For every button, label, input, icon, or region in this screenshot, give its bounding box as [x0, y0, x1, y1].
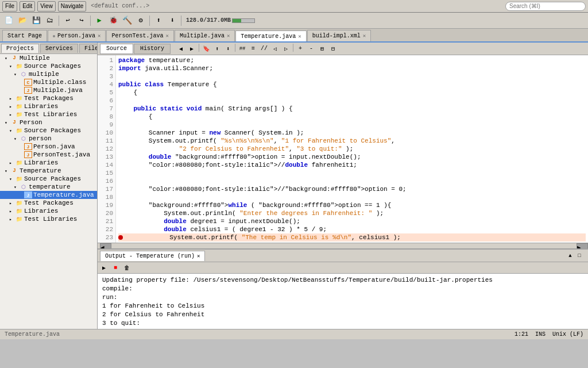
output-stop-icon[interactable]: ■ [110, 263, 121, 273]
sidebar-tab-files[interactable]: Files [79, 44, 98, 53]
code-line-4: public class Temperature { [118, 80, 586, 89]
tree-multiple-testlibs[interactable]: ▸ 📁 Test Libraries [0, 110, 97, 118]
search-input[interactable] [505, 2, 586, 11]
tab-temperature[interactable]: Temperature.java ✕ [235, 30, 306, 42]
menu-file[interactable]: File [2, 1, 17, 12]
scroll-track[interactable] [111, 244, 577, 248]
scroll-left-btn[interactable]: ◀ [100, 243, 111, 249]
save-icon[interactable]: 💾 [30, 14, 42, 27]
comment-icon[interactable]: // [259, 44, 269, 54]
menu-edit[interactable]: Edit [20, 1, 35, 12]
step-over-icon[interactable]: ⬆ [152, 14, 165, 27]
tree-multiple-testpkg[interactable]: ▸ 📁 Test Packages [0, 94, 97, 102]
format-icon[interactable]: ≡ [248, 44, 258, 54]
tree-multiple-class[interactable]: C Multiple.class [0, 78, 97, 86]
code-content[interactable]: package temperature;import java.util.Sca… [116, 55, 588, 243]
close-person-tab[interactable]: ✕ [98, 33, 100, 39]
tree-label: multiple [29, 71, 59, 78]
folder-icon: 📁 [15, 216, 23, 223]
editor-tab-history[interactable]: History [134, 44, 171, 54]
expand-fold-icon[interactable]: + [295, 44, 305, 54]
main-content: Projects Services Files ◀ ▶ ▾ J Multiple… [0, 43, 588, 329]
sidebar-tab-services[interactable]: Services [40, 44, 78, 53]
tree-person-pkg[interactable]: ▾ ⬡ person [0, 135, 97, 143]
tree-person-project[interactable]: ▾ J Person [0, 118, 97, 126]
shift-right-icon[interactable]: ▷ [281, 44, 291, 54]
run-project-icon[interactable]: ▶ [93, 14, 106, 27]
tab-build-impl[interactable]: build-impl.xml ✕ [307, 30, 371, 41]
new-file-icon[interactable]: 📄 [2, 14, 15, 27]
step-into-icon[interactable]: ⬇ [166, 14, 179, 27]
clean-build-icon[interactable]: ⚙ [134, 14, 147, 27]
tab-person-java[interactable]: Person.java ✕ [48, 30, 106, 41]
collapse-all-icon[interactable]: ⊟ [328, 44, 338, 54]
memory-indicator[interactable]: 128.0/317.0MB [186, 17, 255, 24]
tree-temp-libs[interactable]: ▸ 📁 Libraries [0, 207, 97, 215]
tree-multiple-pkg[interactable]: ▾ ⬡ multiple [0, 70, 97, 78]
scroll-right-btn[interactable]: ▶ [577, 243, 588, 249]
close-temperature-tab[interactable]: ✕ [298, 33, 301, 40]
output-rerun-icon[interactable]: ▶ [99, 263, 109, 273]
tab-multiple[interactable]: Multiple.java ✕ [175, 30, 235, 41]
tab-start-page[interactable]: Start Page [2, 30, 47, 41]
tree-person-srcpkg[interactable]: ▾ 📁 Source Packages [0, 126, 97, 135]
tree-multiple-project[interactable]: ▾ J Multiple [0, 54, 97, 62]
package-icon: ⬡ [20, 183, 28, 190]
tree-temp-srcpkg[interactable]: ▾ 📁 Source Packages [0, 175, 97, 183]
tree-label: Temperature.java [33, 191, 94, 198]
editor-forward-icon[interactable]: ▶ [187, 44, 197, 54]
output-tab-close[interactable]: ✕ [197, 253, 200, 259]
close-persontest-tab[interactable]: ✕ [165, 33, 168, 39]
code-line-10: Scanner input = new Scanner( System.in )… [118, 129, 586, 137]
tree-multiple-java[interactable]: J Multiple.java [0, 86, 97, 94]
sidebar-panel-tabs: Projects Services Files ◀ ▶ [0, 43, 97, 54]
expand-icon: ▸ [9, 209, 15, 214]
tree-label: Test Libraries [24, 216, 77, 223]
menu-view[interactable]: View [37, 1, 56, 12]
code-line-15 [118, 169, 586, 177]
close-buildimpl-tab[interactable]: ✕ [363, 33, 366, 39]
code-line-9 [118, 121, 586, 129]
editor-back-icon[interactable]: ◀ [176, 44, 186, 54]
expand-all-icon[interactable]: ⊞ [317, 44, 327, 54]
output-minimize[interactable]: ▲ [566, 252, 574, 260]
next-bookmark-icon[interactable]: ⬇ [223, 44, 233, 54]
output-line: compile: [102, 285, 583, 293]
horizontal-scrollbar[interactable]: ◀ ▶ [98, 243, 588, 248]
editor-tab-source[interactable]: Source [100, 44, 133, 54]
toggle-bookmarks-icon[interactable]: 🔖 [201, 44, 211, 54]
build-icon[interactable]: 🔨 [121, 14, 133, 27]
menu-navigate[interactable]: Navigate [58, 1, 86, 12]
tree-temp-testlibs[interactable]: ▸ 📁 Test Libraries [0, 215, 97, 223]
output-tab-run[interactable]: Output - Temperature (run) ✕ [100, 251, 205, 261]
tree-person-java[interactable]: J Person.java [0, 143, 97, 151]
tab-person-test[interactable]: PersonTest.java ✕ [106, 30, 173, 41]
shift-left-icon[interactable]: ◁ [270, 44, 280, 54]
tab-label-multiple: Multiple.java [180, 33, 225, 39]
collapse-fold-icon[interactable]: - [306, 44, 316, 54]
open-file-icon[interactable]: 📂 [16, 14, 29, 27]
tree-temperature-project[interactable]: ▾ J Temperature [0, 167, 97, 175]
output-clear-icon[interactable]: 🗑 [122, 263, 132, 273]
prev-bookmark-icon[interactable]: ⬆ [212, 44, 222, 54]
save-all-icon[interactable]: 🗂 [44, 14, 56, 27]
code-line-16 [118, 177, 586, 185]
tree-multiple-libs[interactable]: ▸ 📁 Libraries [0, 102, 97, 110]
tree-multiple-srcpkg[interactable]: ▾ 📁 Source Packages [0, 62, 97, 70]
tree-temperature-pkg[interactable]: ▾ ⬡ temperature [0, 183, 97, 191]
close-multiple-tab[interactable]: ✕ [227, 33, 230, 39]
debug-icon[interactable]: 🐞 [107, 14, 119, 27]
output-maximize[interactable]: □ [575, 252, 583, 260]
sidebar-tab-projects[interactable]: Projects [1, 44, 39, 53]
tab-dot-person [53, 35, 55, 37]
tree-temp-testpkg[interactable]: ▸ 📁 Test Packages [0, 199, 97, 207]
tree-persontest-java[interactable]: J PersonTest.java [0, 151, 97, 159]
output-tab-label: Output - Temperature (run) [105, 253, 195, 259]
toggle-linenum-icon[interactable]: ## [237, 44, 247, 54]
expand-icon: ▸ [9, 112, 15, 117]
redo-icon[interactable]: ↪ [75, 14, 88, 27]
tree-person-libs[interactable]: ▸ 📁 Libraries [0, 159, 97, 167]
undo-icon[interactable]: ↩ [61, 14, 74, 27]
status-bar: Temperature.java 1:21 INS Unix (LF) [0, 329, 588, 339]
tree-temperature-java[interactable]: J Temperature.java [0, 191, 97, 199]
